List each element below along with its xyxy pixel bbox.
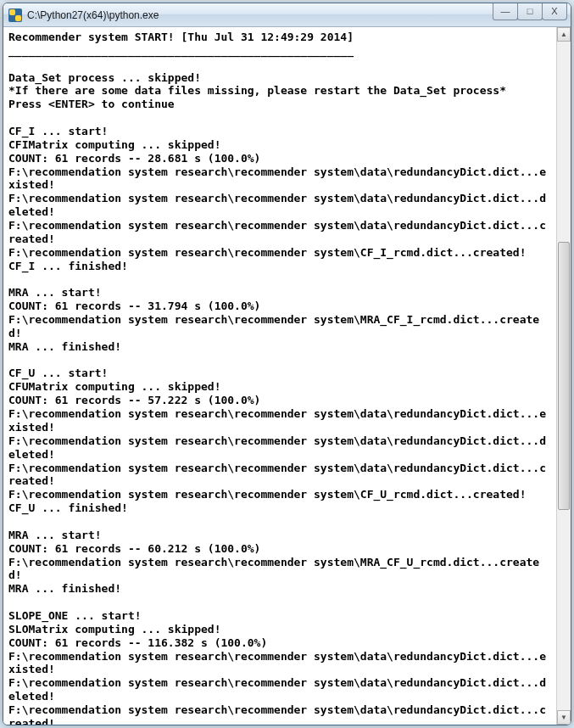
minimize-icon: — <box>501 7 510 16</box>
window-title: C:\Python27(x64)\python.exe <box>27 9 159 21</box>
chevron-down-icon: ▼ <box>560 714 567 721</box>
console-output[interactable]: Recommender system START! [Thu Jul 31 12… <box>3 27 556 725</box>
maximize-icon: □ <box>527 7 533 16</box>
scroll-track[interactable] <box>557 42 571 710</box>
close-button[interactable]: X <box>542 3 567 20</box>
titlebar[interactable]: C:\Python27(x64)\python.exe — □ X <box>3 3 571 27</box>
maximize-button[interactable]: □ <box>517 3 543 20</box>
window-controls: — □ X <box>493 3 567 20</box>
console-area: Recommender system START! [Thu Jul 31 12… <box>3 27 571 725</box>
chevron-up-icon: ▲ <box>560 31 567 38</box>
minimize-button[interactable]: — <box>493 3 518 20</box>
scroll-down-button[interactable]: ▼ <box>557 710 571 725</box>
close-icon: X <box>551 7 557 16</box>
scroll-up-button[interactable]: ▲ <box>557 27 571 42</box>
scroll-thumb[interactable] <box>558 242 570 509</box>
vertical-scrollbar[interactable]: ▲ ▼ <box>556 27 571 725</box>
python-icon <box>8 8 22 22</box>
console-window: C:\Python27(x64)\python.exe — □ X Recomm… <box>3 3 571 725</box>
